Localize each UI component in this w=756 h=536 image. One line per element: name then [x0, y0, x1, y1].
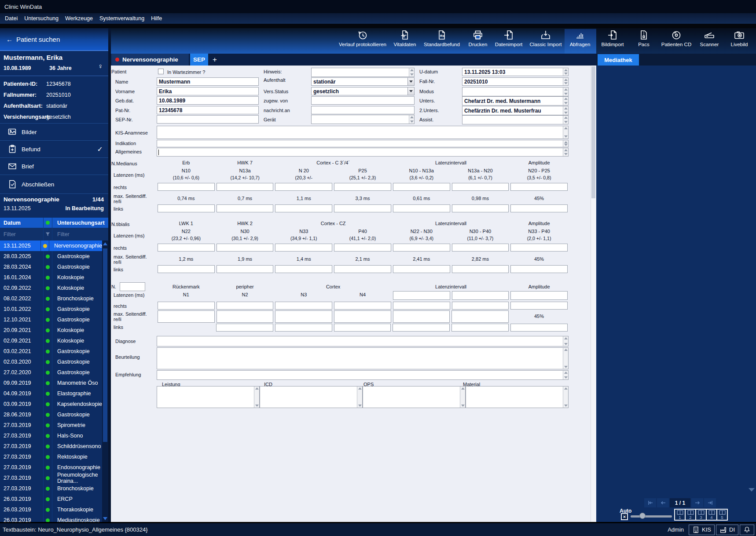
value-input[interactable] [217, 244, 274, 252]
exam-list-row[interactable]: 27.03.2019 Endosonographie [0, 462, 102, 473]
kis-anamnese-field[interactable] [157, 126, 569, 139]
value-input[interactable] [334, 310, 391, 323]
value-input[interactable] [334, 265, 391, 273]
diagnose-field[interactable] [157, 336, 569, 346]
exam-list-row[interactable]: 27.03.2019 Hals-Sono [0, 430, 102, 441]
value-input[interactable] [275, 265, 332, 273]
udatum-field[interactable]: 13.11.2025 13:03 [462, 68, 569, 76]
filter-type-input[interactable]: Filter [52, 231, 108, 237]
exam-list-row[interactable]: 27.03.2019 Rektoskopie [0, 452, 102, 462]
exam-list-row[interactable]: 08.02.2022 Bronchoskopie [0, 293, 102, 304]
exam-list-row[interactable]: 03.09.2019 Kapselendoskopie [0, 399, 102, 409]
value-input[interactable] [334, 183, 391, 191]
versstatus-dropdown[interactable]: gesetzlich [311, 87, 415, 95]
value-input[interactable] [334, 244, 391, 252]
material-field[interactable] [466, 386, 569, 408]
next-page-button[interactable] [691, 498, 703, 507]
value-input[interactable] [393, 291, 450, 300]
empfehlung-field[interactable] [157, 370, 569, 380]
scrollbar-control[interactable] [563, 387, 568, 408]
exam-list-row[interactable]: 28.06.2019 Gastroskopie [0, 409, 102, 420]
scrollbar-thumb[interactable] [591, 66, 595, 198]
value-input[interactable] [393, 302, 450, 310]
value-input[interactable] [275, 204, 332, 212]
exam-list-row[interactable]: 26.03.2019 Thorakoskopie [0, 504, 102, 515]
exam-list-row[interactable]: 27.03.2019 Schilddrüsensono [0, 441, 102, 452]
value-input[interactable] [158, 265, 215, 273]
spin-down-icon[interactable] [410, 73, 414, 76]
exam-list-row[interactable]: 26.03.2019 ERCP [0, 494, 102, 504]
column-header-untersuchungsart[interactable]: Untersuchungsart [52, 220, 108, 226]
patient-suchen-button[interactable]: ← Patient suchen [0, 28, 108, 51]
modus-field[interactable] [462, 87, 569, 96]
value-input[interactable] [158, 302, 215, 310]
column-header-status[interactable] [44, 218, 52, 228]
exam-list-row[interactable]: 28.03.2024 Gastroskopie [0, 262, 102, 272]
prev-page-button[interactable] [657, 498, 669, 507]
value-input[interactable] [510, 265, 568, 273]
spinner-control[interactable] [563, 78, 568, 85]
menu-item[interactable]: Hilfe [150, 15, 163, 22]
spinner-control[interactable] [409, 68, 414, 77]
notifications-button[interactable] [740, 525, 754, 535]
sidebar-item-bilder[interactable]: Bilder [0, 123, 108, 140]
unters2-field[interactable]: Chefärztin Dr. med. Musterfrau [462, 106, 569, 115]
menu-item[interactable]: Systemverwaltung [98, 15, 146, 22]
kis-button[interactable]: KIS [689, 525, 715, 535]
value-input[interactable] [393, 244, 450, 252]
panel-chevron-down-icon[interactable] [749, 488, 755, 492]
spinner-control[interactable] [563, 148, 568, 156]
exam-list-row[interactable]: 27.03.2019 Spirometrie [0, 420, 102, 430]
layout-thumbnail-button[interactable]: 1 [675, 510, 686, 520]
datenimport-button[interactable]: Datenimport [488, 29, 530, 47]
value-input[interactable] [510, 324, 568, 332]
value-input[interactable] [217, 310, 274, 323]
value-input[interactable] [158, 183, 215, 191]
value-input[interactable] [334, 204, 391, 212]
value-input[interactable] [393, 324, 450, 332]
first-page-button[interactable] [644, 498, 656, 507]
name-field[interactable]: Mustermann [157, 77, 259, 86]
spinner-control[interactable] [563, 106, 568, 115]
value-input[interactable] [510, 291, 568, 300]
value-input[interactable] [393, 204, 450, 212]
value-input[interactable] [334, 324, 391, 332]
value-input[interactable] [452, 183, 509, 191]
zugewvon-field[interactable] [311, 96, 415, 105]
allgemeines-field[interactable] [157, 148, 569, 157]
scroll-down-icon[interactable] [103, 517, 107, 520]
value-input[interactable] [452, 291, 509, 300]
value-input[interactable] [510, 183, 568, 191]
layout-thumbnail-button[interactable]: 3 [696, 510, 707, 520]
livebild-button[interactable]: Livebild [718, 29, 756, 47]
unters-field[interactable]: Chefarzt Dr. med. Mustermann [462, 96, 569, 106]
spinner-control[interactable] [563, 126, 568, 139]
exam-list-row[interactable]: 27.03.2019 Bronchoskopie [0, 483, 102, 494]
value-input[interactable] [451, 310, 509, 323]
value-input[interactable] [393, 310, 450, 323]
value-input[interactable] [158, 310, 215, 323]
exam-list-scrollbar[interactable] [102, 241, 108, 522]
value-input[interactable] [393, 183, 450, 191]
value-input[interactable] [452, 204, 509, 212]
exam-list-row[interactable]: 13.11.2025 Nervensonographie [0, 241, 102, 251]
exam-list-row[interactable]: 28.03.2025 Gastroskopie [0, 251, 102, 262]
layout-thumbnail-button[interactable]: 2 [686, 510, 696, 520]
menu-item[interactable]: Datei [4, 15, 19, 22]
value-input[interactable] [510, 244, 568, 252]
exam-list-row[interactable]: 10.01.2022 Gastroskopie [0, 304, 102, 314]
value-input[interactable] [510, 204, 568, 212]
form-scrollbar[interactable] [591, 66, 596, 522]
filter-date-input[interactable]: Filter [0, 228, 44, 241]
value-input[interactable] [275, 244, 332, 252]
layout-thumbnail-button[interactable]: 5 [717, 510, 727, 520]
exam-list-row[interactable]: 09.09.2019 Manometrie Öso [0, 378, 102, 388]
hinweis-field[interactable] [311, 68, 415, 77]
spinner-control[interactable] [409, 115, 414, 124]
exam-list-row[interactable]: 02.09.2022 Koloskopie [0, 283, 102, 293]
column-header-datum[interactable]: Datum [0, 218, 44, 228]
menu-item[interactable]: Untersuchung [23, 15, 60, 22]
geraet-field[interactable] [311, 115, 415, 124]
scrollbar-control[interactable] [254, 387, 259, 408]
spinner-control[interactable] [563, 88, 568, 96]
